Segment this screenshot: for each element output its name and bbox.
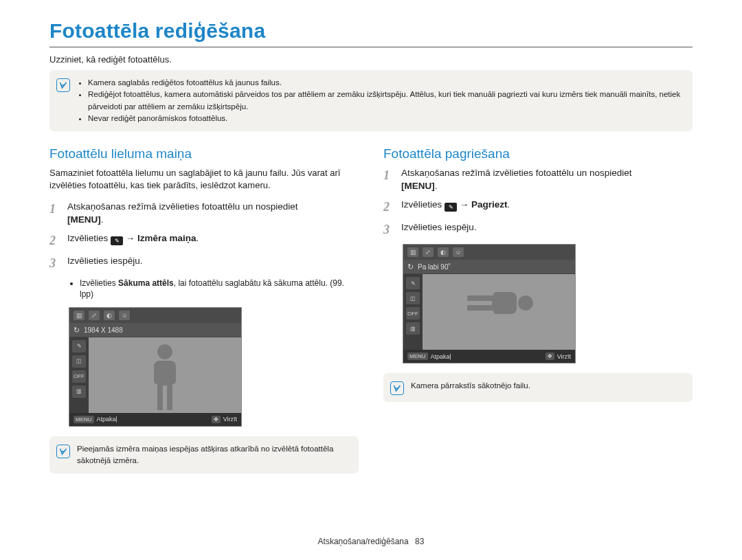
step-2: 2 Izvēlieties ✎ → Pagriezt. <box>383 199 693 216</box>
side-icon: ✎ <box>406 277 420 289</box>
side-icon: ✎ <box>72 340 86 352</box>
section-intro: Samaziniet fotoattēla lielumu un saglabā… <box>49 167 359 191</box>
step-number: 1 <box>49 201 60 227</box>
footer-section: Atskaņošana/rediģēšana <box>318 537 409 546</box>
scroll-label: Virzīt <box>557 353 571 360</box>
back-label: Atpakaļ <box>97 416 117 423</box>
top-note-item: Nevar rediģēt panorāmiskos fotoattēlus. <box>88 113 683 124</box>
right-bottom-note: Kamera pārrakstīs sākotnējo failu. <box>383 373 693 402</box>
step-number: 2 <box>383 199 394 216</box>
back-label: Atpakaļ <box>431 353 451 360</box>
rotate-left-icon: ↻ <box>407 262 414 271</box>
left-bottom-note: Pieejamās izmēra maiņas iespējas atšķira… <box>49 436 359 474</box>
screen-rotation-label: Pa labi 90˚ <box>418 263 451 271</box>
menu-tag-icon: MENU <box>407 352 428 360</box>
step-number: 1 <box>383 167 394 193</box>
side-icon: ▥ <box>406 322 420 335</box>
left-column: Fotoattēlu lieluma maiņa Samaziniet foto… <box>49 146 359 483</box>
side-icon: OFF <box>406 307 420 320</box>
camera-screen-rotate: ▥ ⤢ ◐ ☺ ↻ Pa labi 90˚ ✎ ◫ OFF ▥ <box>403 244 576 363</box>
edit-mode-icon: ✎ <box>111 236 123 245</box>
step-1: 1 Atskaņošanas režīmā izvēlieties fotoat… <box>383 167 693 193</box>
step-3: 3 Izvēlieties iespēju. <box>383 221 693 238</box>
sub-bullet-item: Izvēlieties Sākuma attēls, lai fotoattēl… <box>80 278 359 300</box>
note-icon <box>390 381 404 395</box>
menu-label: [MENU] <box>401 181 435 191</box>
intro-text: Uzziniet, kā rediģēt fotoattēlus. <box>49 54 693 65</box>
toolbar-icon: ☺ <box>453 247 464 257</box>
menu-tag-icon: MENU <box>74 416 94 423</box>
step-number: 3 <box>49 255 60 272</box>
toolbar-icon: ⤢ <box>89 311 100 320</box>
dpad-icon: ✥ <box>212 416 221 423</box>
step-action: → Pagriezt <box>460 199 508 210</box>
side-icon: ◫ <box>72 355 86 368</box>
toolbar-icon: ☺ <box>119 311 130 320</box>
step-1: 1 Atskaņošanas režīmā izvēlieties fotoat… <box>49 201 359 227</box>
menu-label: [MENU] <box>67 214 101 225</box>
toolbar-icon: ⤢ <box>423 247 434 257</box>
step-text: Izvēlieties iespēju. <box>401 221 477 238</box>
right-column: Fotoattēla pagriešana 1 Atskaņošanas rež… <box>383 146 693 483</box>
step-text: Atskaņošanas režīmā izvēlieties fotoattē… <box>401 168 631 178</box>
side-icon: ◫ <box>406 292 420 304</box>
top-note-item: Rediģējot fotoattēlus, kamera automātisk… <box>88 89 683 113</box>
step-action: → Izmēra maiņa <box>126 233 196 243</box>
top-note-box: Kamera saglabās rediģētos fotoattēlus kā… <box>49 70 693 131</box>
toolbar-icon: ◐ <box>438 247 449 257</box>
section-heading-rotate: Fotoattēla pagriešana <box>383 146 693 161</box>
step-number: 3 <box>383 221 394 238</box>
page-number: 83 <box>415 537 424 546</box>
side-icon: OFF <box>72 370 86 383</box>
edit-mode-icon: ✎ <box>445 203 457 212</box>
step-text: Izvēlieties <box>401 199 442 210</box>
scroll-label: Virzīt <box>223 416 237 423</box>
preview-area <box>423 274 575 350</box>
step-text: Atskaņošanas režīmā izvēlieties fotoattē… <box>67 201 297 212</box>
toolbar-icon: ◐ <box>104 311 115 320</box>
toolbar-icon: ▥ <box>407 247 418 257</box>
step-text: Izvēlieties <box>67 233 108 243</box>
step-3: 3 Izvēlieties iespēju. <box>49 255 359 272</box>
camera-screen-resize: ▥ ⤢ ◐ ☺ ↻ 1984 X 1488 ✎ ◫ OFF ▥ <box>69 307 242 427</box>
rotate-left-icon: ↻ <box>74 326 80 335</box>
step-number: 2 <box>49 232 60 249</box>
note-icon <box>56 78 70 92</box>
note-text: Kamera pārrakstīs sākotnējo failu. <box>411 380 530 392</box>
top-note-item: Kamera saglabās rediģētos fotoattēlus kā… <box>88 77 683 89</box>
step-text: Izvēlieties iespēju. <box>67 255 143 272</box>
note-text: Pieejamās izmēra maiņas iespējas atšķira… <box>77 443 349 467</box>
title-divider <box>49 47 693 47</box>
note-icon <box>56 445 70 458</box>
page-footer: Atskaņošana/rediģēšana 83 <box>0 537 742 546</box>
toolbar-icon: ▥ <box>74 311 85 320</box>
screen-resolution-label: 1984 X 1488 <box>84 326 123 334</box>
page-title: Fotoattēla rediģēšana <box>49 19 693 43</box>
dpad-icon: ✥ <box>546 352 554 360</box>
preview-area <box>89 337 241 413</box>
side-icon: ▥ <box>72 385 86 398</box>
section-heading-resize: Fotoattēlu lieluma maiņa <box>49 146 359 161</box>
step-2: 2 Izvēlieties ✎ → Izmēra maiņa. <box>49 232 359 249</box>
